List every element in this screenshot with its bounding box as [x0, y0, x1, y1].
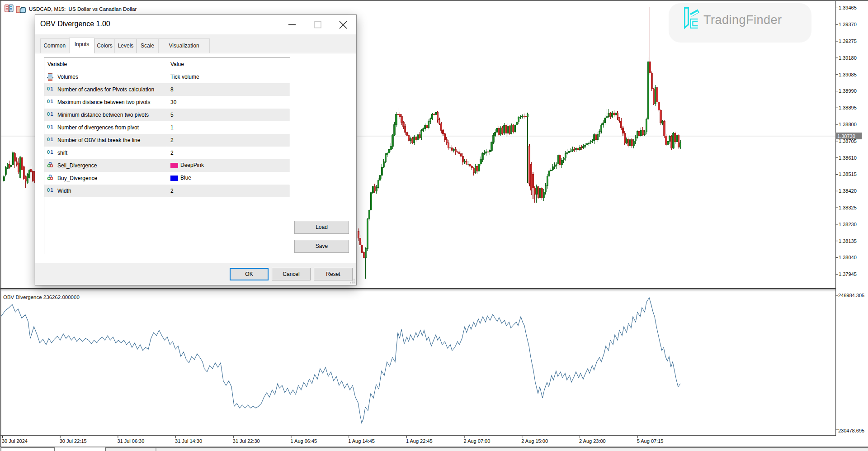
- svg-text:1.38420: 1.38420: [839, 188, 857, 194]
- svg-text:1.38230: 1.38230: [839, 222, 857, 227]
- svg-text:1: 1: [51, 187, 53, 193]
- svg-text:0: 0: [47, 111, 50, 117]
- svg-text:5 Aug 07:15: 5 Aug 07:15: [637, 438, 664, 444]
- svg-text:1 Aug 14:45: 1 Aug 14:45: [348, 438, 375, 444]
- svg-text:0: 0: [47, 137, 50, 142]
- svg-text:1.38040: 1.38040: [839, 255, 857, 260]
- svg-text:2 Aug 23:00: 2 Aug 23:00: [579, 438, 606, 444]
- svg-text:1.37945: 1.37945: [839, 271, 857, 277]
- svg-text:1.38895: 1.38895: [839, 105, 857, 110]
- svg-text:0: 0: [47, 99, 50, 104]
- svg-text:1 Aug 06:45: 1 Aug 06:45: [291, 438, 317, 444]
- svg-text:246984.305: 246984.305: [838, 293, 864, 298]
- svg-text:0: 0: [47, 124, 50, 129]
- svg-text:2 Aug 15:00: 2 Aug 15:00: [521, 438, 548, 444]
- svg-text:OBV Divergence 236262.000000: OBV Divergence 236262.000000: [3, 294, 80, 300]
- svg-text:1: 1: [51, 124, 53, 129]
- svg-text:1: 1: [51, 99, 53, 104]
- svg-text:1.38515: 1.38515: [839, 171, 857, 177]
- svg-text:0: 0: [47, 86, 50, 91]
- svg-text:2 Aug 07:00: 2 Aug 07:00: [464, 438, 491, 444]
- svg-text:USDCAD, M15: US Dollar vs Can: USDCAD, M15: US Dollar vs Canadian Dolla…: [29, 6, 137, 12]
- svg-text:1.38135: 1.38135: [839, 238, 857, 244]
- svg-text:0: 0: [47, 187, 50, 193]
- svg-text:31 Jul 22:30: 31 Jul 22:30: [233, 438, 260, 444]
- svg-text:1: 1: [51, 149, 53, 155]
- svg-text:1.39275: 1.39275: [839, 38, 857, 44]
- svg-text:1.39370: 1.39370: [839, 22, 857, 27]
- svg-text:1.39085: 1.39085: [839, 72, 857, 77]
- svg-text:1 Aug 22:45: 1 Aug 22:45: [406, 438, 433, 444]
- svg-text:1.38730: 1.38730: [837, 133, 855, 139]
- svg-text:1: 1: [51, 137, 53, 142]
- svg-text:TradingFinder: TradingFinder: [703, 13, 782, 27]
- svg-text:230478.695: 230478.695: [838, 428, 864, 433]
- svg-text:1.38990: 1.38990: [839, 88, 857, 94]
- svg-text:0: 0: [47, 149, 50, 155]
- svg-text:1.39465: 1.39465: [839, 5, 857, 10]
- svg-text:30 Jul 2024: 30 Jul 2024: [2, 438, 28, 444]
- svg-text:30 Jul 22:15: 30 Jul 22:15: [60, 438, 87, 444]
- svg-text:1.38325: 1.38325: [839, 205, 857, 210]
- svg-text:31 Jul 06:30: 31 Jul 06:30: [117, 438, 144, 444]
- svg-text:1.38610: 1.38610: [839, 155, 857, 161]
- svg-text:1: 1: [51, 86, 53, 91]
- svg-text:1.39180: 1.39180: [839, 55, 857, 61]
- svg-text:1.38800: 1.38800: [839, 122, 857, 127]
- svg-text:31 Jul 14:30: 31 Jul 14:30: [175, 438, 202, 444]
- svg-text:1: 1: [51, 111, 53, 117]
